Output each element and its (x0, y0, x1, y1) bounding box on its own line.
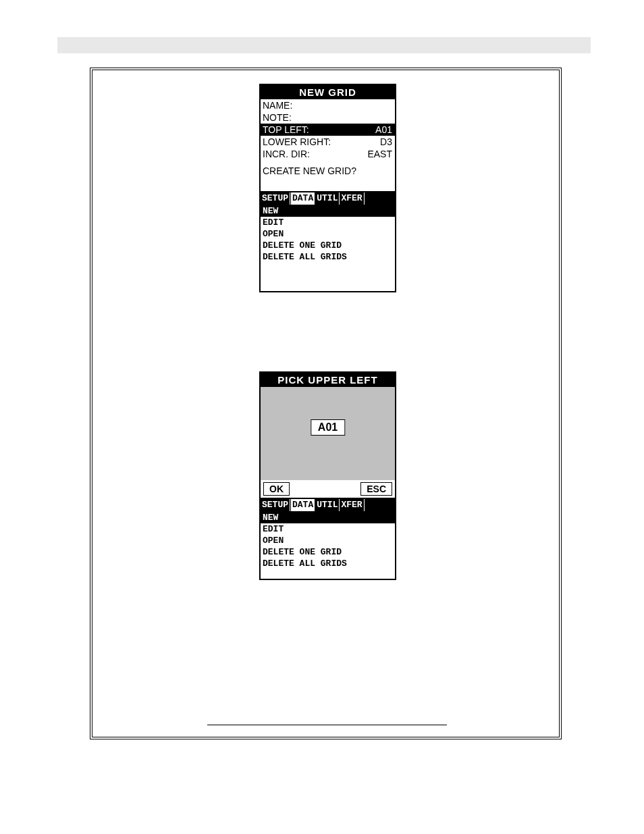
tab-setup[interactable]: SETUP (261, 192, 290, 205)
tab-data[interactable]: DATA (290, 192, 315, 205)
document-frame: NEW GRID NAME: NOTE: TOP LEFT: A01 LOWER… (90, 68, 562, 739)
ok-button[interactable]: OK (263, 482, 290, 496)
pick-area: A01 (261, 387, 395, 480)
menu-new[interactable]: NEW (261, 205, 395, 217)
menu-edit[interactable]: EDIT (261, 523, 395, 535)
menu-open[interactable]: OPEN (261, 535, 395, 546)
tab-bar: SETUP DATA UTIL XFER (261, 499, 395, 511)
field-lower-right[interactable]: LOWER RIGHT: D3 (261, 136, 395, 148)
esc-button[interactable]: ESC (360, 482, 392, 496)
tab-util[interactable]: UTIL (315, 499, 340, 511)
pick-value[interactable]: A01 (311, 419, 345, 436)
screen-title: PICK UPPER LEFT (261, 373, 395, 387)
field-top-left[interactable]: TOP LEFT: A01 (261, 124, 395, 136)
field-value: D3 (380, 136, 392, 147)
tab-setup[interactable]: SETUP (261, 499, 290, 511)
field-incr-dir[interactable]: INCR. DIR: EAST (261, 148, 395, 160)
menu-delete-all[interactable]: DELETE ALL GRIDS (261, 558, 395, 569)
data-menu: NEW EDIT OPEN DELETE ONE GRID DELETE ALL… (261, 511, 395, 569)
field-name[interactable]: NAME: (261, 99, 395, 111)
field-label: INCR. DIR: (263, 149, 310, 159)
menu-new[interactable]: NEW (261, 512, 395, 523)
lcd-screen-new-grid: NEW GRID NAME: NOTE: TOP LEFT: A01 LOWER… (259, 84, 396, 292)
data-menu: NEW EDIT OPEN DELETE ONE GRID DELETE ALL… (261, 205, 395, 263)
tab-data[interactable]: DATA (290, 499, 315, 511)
lcd-screen-pick-upper-left: PICK UPPER LEFT A01 OK ESC SETUP DATA UT… (259, 371, 396, 580)
screen-title: NEW GRID (261, 85, 395, 99)
tab-xfer[interactable]: XFER (340, 192, 364, 205)
page-top-bar (57, 37, 591, 53)
menu-delete-one[interactable]: DELETE ONE GRID (261, 546, 395, 558)
tab-xfer[interactable]: XFER (340, 499, 364, 511)
field-note[interactable]: NOTE: (261, 111, 395, 124)
tab-bar: SETUP DATA UTIL XFER (261, 192, 395, 205)
create-prompt: CREATE NEW GRID? (261, 160, 395, 178)
field-label: LOWER RIGHT: (263, 136, 331, 147)
menu-open[interactable]: OPEN (261, 228, 395, 240)
tab-util[interactable]: UTIL (315, 192, 340, 205)
button-row: OK ESC (261, 480, 395, 498)
field-label: TOP LEFT: (263, 124, 309, 135)
menu-edit[interactable]: EDIT (261, 217, 395, 228)
menu-delete-one[interactable]: DELETE ONE GRID (261, 240, 395, 251)
field-value: EAST (367, 149, 392, 159)
field-value: A01 (375, 124, 392, 135)
field-label: NAME: (263, 100, 292, 111)
field-label: NOTE: (263, 112, 292, 123)
footer-rule (207, 725, 447, 725)
menu-delete-all[interactable]: DELETE ALL GRIDS (261, 251, 395, 263)
